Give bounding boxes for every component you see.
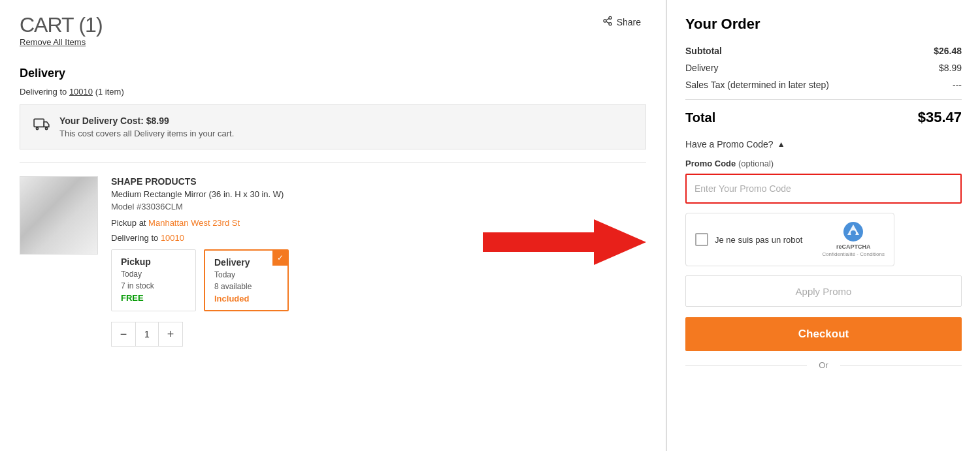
red-arrow bbox=[483, 216, 646, 268]
promo-toggle-label: Have a Promo Code? bbox=[685, 139, 774, 149]
delivery-detail: 8 available bbox=[214, 282, 278, 291]
delivery-info: Delivering to 10010 (1 item) bbox=[20, 87, 646, 97]
product-brand: SHAPE PRODUCTS bbox=[111, 176, 463, 187]
quantity-value: 1 bbox=[135, 322, 159, 346]
product-details: SHAPE PRODUCTS Medium Rectangle Mirror (… bbox=[111, 176, 463, 347]
promo-code-label: Promo Code (optional) bbox=[685, 159, 962, 168]
captcha-logo: reCAPTCHA Confidentialité - Conditions bbox=[822, 221, 885, 258]
order-title: Your Order bbox=[685, 16, 962, 33]
captcha-label: Je ne suis pas un robot bbox=[715, 235, 815, 245]
delivery-zip-link[interactable]: 10010 bbox=[161, 233, 184, 243]
quantity-decrease-button[interactable]: − bbox=[112, 322, 135, 346]
captcha-brand: reCAPTCHA bbox=[836, 243, 871, 250]
delivery-option[interactable]: ✓ Delivery Today 8 available Included bbox=[204, 249, 289, 311]
tax-line: Sales Tax (determined in later step) --- bbox=[685, 80, 962, 90]
svg-line-4 bbox=[606, 18, 609, 20]
checkout-button[interactable]: Checkout bbox=[685, 317, 962, 351]
svg-point-2 bbox=[609, 23, 612, 25]
apply-promo-button[interactable]: Apply Promo bbox=[685, 275, 962, 307]
tax-label: Sales Tax (determined in later step) bbox=[685, 80, 829, 90]
product-model: Model #33036CLM bbox=[111, 202, 463, 211]
subtotal-line: Subtotal $26.48 bbox=[685, 46, 962, 56]
order-sidebar: Your Order Subtotal $26.48 Delivery $8.9… bbox=[666, 0, 980, 451]
delivery-price: Included bbox=[214, 294, 278, 303]
cart-title: CART (1) bbox=[20, 13, 103, 37]
captcha-links: Confidentialité - Conditions bbox=[822, 251, 885, 258]
delivery-cost-box: Your Delivery Cost: $8.99 This cost cove… bbox=[20, 104, 646, 149]
svg-point-10 bbox=[851, 230, 856, 236]
remove-all-button[interactable]: Remove All Items bbox=[20, 37, 86, 47]
zip-code-link[interactable]: 10010 bbox=[69, 87, 93, 97]
pickup-title: Pickup bbox=[121, 257, 186, 267]
svg-point-6 bbox=[36, 127, 38, 129]
tax-value: --- bbox=[953, 80, 962, 90]
svg-rect-5 bbox=[34, 119, 44, 127]
delivery-to: Delivering to 10010 bbox=[111, 233, 463, 243]
total-value: $35.47 bbox=[918, 109, 962, 126]
product-name: Medium Rectangle Mirror (36 in. H x 30 i… bbox=[111, 189, 463, 199]
or-divider: Or bbox=[685, 360, 962, 370]
shipping-options: Pickup Today 7 in stock FREE ✓ Delivery … bbox=[111, 249, 463, 311]
pickup-option[interactable]: Pickup Today 7 in stock FREE bbox=[111, 249, 196, 311]
delivery-section-title: Delivery bbox=[20, 67, 646, 80]
delivery-value: $8.99 bbox=[939, 63, 962, 73]
total-line: Total $35.47 bbox=[685, 109, 962, 126]
subtotal-value: $26.48 bbox=[934, 46, 962, 56]
promo-toggle[interactable]: Have a Promo Code? ▲ bbox=[685, 139, 962, 149]
selected-checkmark: ✓ bbox=[272, 250, 288, 266]
product-image bbox=[20, 176, 98, 255]
svg-point-7 bbox=[45, 127, 47, 129]
pickup-subtitle: Today bbox=[121, 270, 186, 279]
svg-point-0 bbox=[609, 16, 612, 19]
share-icon bbox=[602, 16, 613, 28]
quantity-control: − 1 + bbox=[111, 322, 183, 347]
delivery-cost-label: Your Delivery Cost: $8.99 bbox=[59, 116, 234, 126]
svg-line-3 bbox=[606, 22, 609, 23]
delivery-line: Delivery $8.99 bbox=[685, 63, 962, 73]
delivery-subtitle: Today bbox=[214, 270, 278, 279]
delivery-title: Delivery bbox=[214, 257, 278, 268]
chevron-up-icon: ▲ bbox=[777, 140, 785, 149]
promo-code-input[interactable] bbox=[685, 174, 962, 204]
product-location: Pickup at Manhattan West 23rd St bbox=[111, 218, 463, 228]
pickup-price: FREE bbox=[121, 293, 186, 303]
quantity-increase-button[interactable]: + bbox=[159, 322, 182, 346]
svg-point-1 bbox=[604, 20, 606, 22]
delivery-cost-desc: This cost covers all Delivery items in y… bbox=[59, 129, 234, 138]
subtotal-label: Subtotal bbox=[685, 46, 722, 56]
captcha-checkbox[interactable] bbox=[695, 233, 708, 246]
share-button[interactable]: Share bbox=[597, 13, 646, 31]
captcha-box: Je ne suis pas un robot reCAPTCHA Confid… bbox=[685, 213, 894, 266]
svg-marker-8 bbox=[483, 219, 646, 265]
truck-icon bbox=[33, 117, 50, 135]
recaptcha-icon bbox=[843, 221, 864, 242]
delivery-label: Delivery bbox=[685, 63, 719, 73]
pickup-detail: 7 in stock bbox=[121, 281, 186, 290]
total-label: Total bbox=[685, 110, 715, 125]
pickup-location-link[interactable]: Manhattan West 23rd St bbox=[148, 218, 240, 228]
